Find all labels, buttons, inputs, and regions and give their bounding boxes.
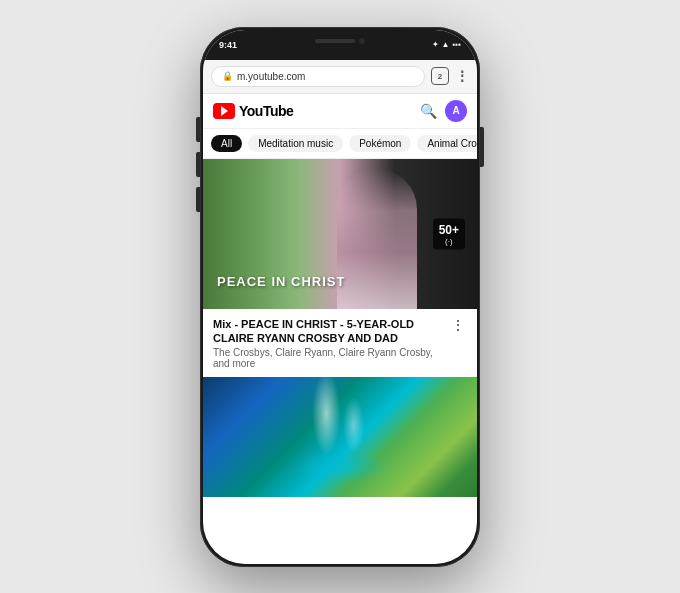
video-title-text: Mix - PEACE IN CHRIST - 5-YEAR-OLD CLAIR…	[213, 317, 449, 346]
video-menu-button[interactable]: ⋮	[449, 317, 467, 333]
notch-speaker	[315, 39, 355, 43]
thumb-background-1: PEACE IN CHRIST 50+ (·)	[203, 159, 477, 309]
url-text: m.youtube.com	[237, 71, 414, 82]
youtube-icon	[213, 103, 235, 119]
status-time: 9:41	[219, 40, 237, 50]
youtube-actions: 🔍 A	[420, 100, 467, 122]
waterfall-overlay	[203, 377, 477, 497]
wifi-icon: ▲	[442, 40, 450, 49]
video-channel-text: The Crosbys, Claire Ryann, Claire Ryann …	[213, 347, 449, 369]
radio-icon: (·)	[445, 236, 453, 245]
video-details: Mix - PEACE IN CHRIST - 5-YEAR-OLD CLAIR…	[213, 317, 449, 370]
battery-icon: ▪▪▪	[452, 40, 461, 49]
lock-icon: 🔒	[222, 71, 233, 81]
phone-frame: 9:41 ✦ ▲ ▪▪▪ 🔒 m.youtube.com 2	[200, 27, 480, 567]
figure-silhouette	[337, 169, 417, 309]
user-avatar[interactable]: A	[445, 100, 467, 122]
tab-count-button[interactable]: 2	[431, 67, 449, 85]
browser-chrome: 🔒 m.youtube.com 2 ⋮	[203, 60, 477, 94]
browser-menu-button[interactable]: ⋮	[455, 68, 469, 84]
play-triangle	[221, 106, 228, 116]
tab-count-label: 2	[438, 72, 442, 81]
url-bar[interactable]: 🔒 m.youtube.com	[211, 66, 425, 87]
thumb-background-2	[203, 377, 477, 497]
pill-pokemon[interactable]: Pokémon	[349, 135, 411, 152]
playlist-badge: 50+ (·)	[433, 218, 465, 249]
category-bar: All Meditation music Pokémon Animal Cros…	[203, 129, 477, 159]
silent-switch[interactable]	[196, 187, 200, 212]
video-info-bar: Mix - PEACE IN CHRIST - 5-YEAR-OLD CLAIR…	[203, 309, 477, 378]
volume-up-button[interactable]	[196, 117, 200, 142]
youtube-logo: YouTube	[213, 103, 293, 119]
volume-down-button[interactable]	[196, 152, 200, 177]
phone-screen: 9:41 ✦ ▲ ▪▪▪ 🔒 m.youtube.com 2	[203, 30, 477, 564]
playlist-icon: (·)	[439, 236, 459, 245]
pill-meditation[interactable]: Meditation music	[248, 135, 343, 152]
video-thumbnail-1[interactable]: PEACE IN CHRIST 50+ (·)	[203, 159, 477, 309]
video-title-overlay: PEACE IN CHRIST	[217, 274, 345, 289]
status-icons: ✦ ▲ ▪▪▪	[432, 40, 461, 49]
bluetooth-icon: ✦	[432, 40, 439, 49]
notch-camera	[359, 38, 365, 44]
playlist-count: 50+	[439, 222, 459, 236]
youtube-wordmark: YouTube	[239, 103, 293, 119]
status-bar: 9:41 ✦ ▲ ▪▪▪	[203, 30, 477, 60]
youtube-header: YouTube 🔍 A	[203, 94, 477, 129]
notch-cutout	[295, 30, 385, 52]
power-button[interactable]	[480, 127, 484, 167]
video-thumbnail-2[interactable]	[203, 377, 477, 497]
pill-animal-crossing[interactable]: Animal Cross	[417, 135, 477, 152]
search-button[interactable]: 🔍	[420, 103, 437, 119]
pill-all[interactable]: All	[211, 135, 242, 152]
